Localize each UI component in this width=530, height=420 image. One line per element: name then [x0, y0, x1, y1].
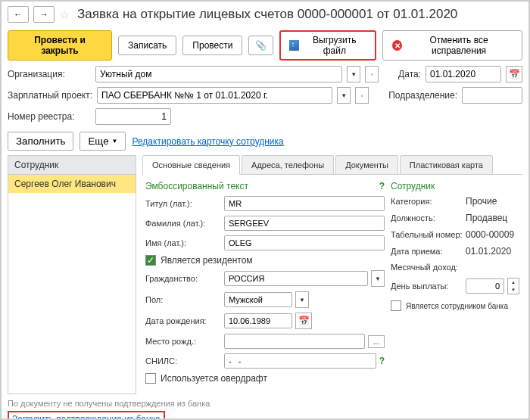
chevron-down-icon: ▼: [112, 138, 118, 145]
employee-list-header: Сотрудник: [8, 156, 136, 175]
attach-button[interactable]: 📎: [248, 36, 273, 55]
name-label: Имя (лат.):: [145, 238, 221, 247]
name-input[interactable]: [224, 235, 385, 250]
birthplace-label: Место рожд.:: [145, 337, 221, 346]
position-value: Продавец: [466, 213, 507, 223]
hire-label: Дата приема:: [391, 247, 463, 256]
org-input[interactable]: [95, 66, 342, 82]
citizenship-input[interactable]: [224, 271, 368, 286]
help-icon[interactable]: ?: [379, 181, 385, 191]
position-label: Должность:: [391, 213, 463, 222]
submit-button[interactable]: Провести: [182, 36, 242, 55]
more-button[interactable]: Еще ▼: [80, 132, 126, 151]
paperclip-icon: 📎: [255, 40, 267, 51]
date-input[interactable]: [426, 66, 501, 82]
snils-input[interactable]: [224, 353, 376, 369]
snils-help-icon[interactable]: ?: [379, 356, 385, 366]
favorite-icon[interactable]: ☆: [59, 8, 70, 22]
tab-card[interactable]: Пластиковая карта: [400, 155, 493, 174]
birthdate-calendar[interactable]: 📅: [295, 313, 312, 329]
tabnum-value: 0000-00009: [466, 229, 514, 240]
overdraft-checkbox[interactable]: [145, 373, 156, 384]
tabnum-label: Табельный номер:: [391, 230, 463, 239]
payday-input[interactable]: [466, 278, 504, 294]
calendar-button[interactable]: 📅: [506, 66, 522, 82]
project-dropdown-button[interactable]: ▼: [337, 87, 351, 104]
gender-dropdown[interactable]: ▼: [295, 291, 309, 308]
org-label: Организация:: [8, 69, 91, 79]
income-label: Месячный доход:: [391, 263, 463, 272]
upload-file-button[interactable]: Выгрузить файл: [279, 30, 376, 61]
birthplace-input[interactable]: [224, 334, 365, 349]
fill-button[interactable]: Заполнить: [8, 132, 73, 151]
org-open-button[interactable]: ▫: [365, 66, 379, 82]
date-label: Дата:: [398, 69, 421, 79]
forward-button[interactable]: →: [33, 6, 55, 23]
titul-input[interactable]: [224, 196, 385, 211]
back-button[interactable]: ←: [8, 6, 29, 23]
tab-main[interactable]: Основные сведения: [142, 155, 240, 175]
tab-addresses[interactable]: Адреса, телефоны: [242, 155, 334, 174]
save-button[interactable]: Записать: [118, 36, 176, 55]
birthplace-more[interactable]: ...: [368, 335, 385, 348]
project-open-button[interactable]: ▫: [355, 87, 369, 104]
calendar-icon: 📅: [298, 316, 310, 326]
bank-employee-label: Является сотрудником банка: [406, 302, 508, 310]
surname-label: Фамилия (лат.):: [145, 219, 221, 228]
bank-employee-checkbox[interactable]: [391, 300, 401, 311]
registry-input[interactable]: [95, 108, 171, 125]
edit-card-link[interactable]: Редактировать карточку сотрудника: [132, 136, 283, 147]
cancel-icon: ✕: [392, 40, 402, 51]
load-confirmation-link[interactable]: Загрузить подтверждение из банка: [12, 414, 161, 420]
citizenship-label: Гражданство:: [145, 274, 221, 283]
gender-input[interactable]: [224, 292, 292, 307]
page-title: Заявка на открытие лицевых счетов 0000-0…: [77, 7, 457, 22]
citizenship-dropdown[interactable]: ▼: [371, 270, 385, 287]
dept-label: Подразделение:: [388, 90, 457, 101]
employee-item[interactable]: Сергеев Олег Иванович: [8, 175, 136, 193]
payday-up[interactable]: ▲: [508, 278, 519, 286]
category-label: Категория:: [391, 197, 463, 206]
footer-note: По документу не получены подтверждения и…: [8, 399, 522, 408]
payday-label: День выплаты:: [391, 282, 463, 291]
emboss-section-title: Эмбоссированный текст: [145, 181, 248, 191]
employee-section-title: Сотрудник: [391, 181, 435, 191]
titul-label: Титул (лат.):: [145, 199, 221, 208]
employee-list: Сотрудник Сергеев Олег Иванович: [8, 155, 136, 394]
upload-icon: [289, 40, 299, 51]
dept-input[interactable]: [462, 87, 522, 104]
project-input[interactable]: [97, 87, 332, 104]
birthdate-label: Дата рождения:: [145, 316, 221, 325]
registry-label: Номер реестра:: [8, 111, 91, 122]
surname-input[interactable]: [224, 216, 385, 231]
payday-down[interactable]: ▼: [508, 286, 519, 294]
project-label: Зарплатный проект:: [8, 90, 92, 101]
resident-checkbox[interactable]: ✓: [145, 255, 156, 266]
org-dropdown-button[interactable]: ▼: [347, 66, 360, 82]
calendar-icon: 📅: [509, 69, 520, 79]
category-value: Прочие: [466, 196, 497, 207]
gender-label: Пол:: [145, 295, 221, 304]
cancel-fixes-button[interactable]: ✕ Отменить все исправления: [382, 30, 522, 61]
hire-value: 01.01.2020: [466, 246, 511, 257]
birthdate-input[interactable]: [224, 313, 292, 328]
snils-label: СНИЛС:: [145, 356, 221, 366]
tab-documents[interactable]: Документы: [335, 155, 398, 174]
overdraft-label: Используется овердрафт: [161, 373, 267, 384]
resident-label: Является резидентом: [161, 255, 253, 266]
submit-close-button[interactable]: Провести и закрыть: [8, 30, 112, 61]
